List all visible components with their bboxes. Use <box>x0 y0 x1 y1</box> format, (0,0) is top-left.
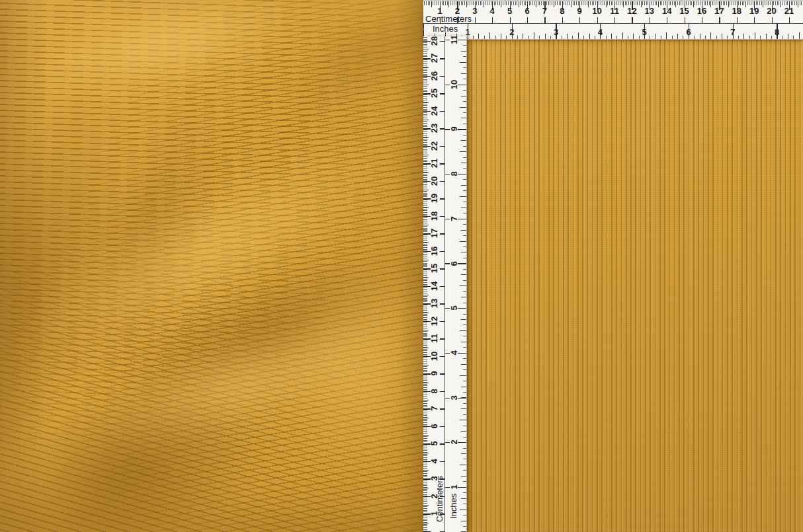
inch-number: 9 <box>450 127 458 132</box>
inch-number: 11 <box>450 36 458 44</box>
ruler-cast-shadow <box>466 38 473 532</box>
horizontal-ruler: 123456789101112131415161718192021 Centim… <box>423 0 803 40</box>
inch-number: 3 <box>450 395 458 400</box>
inch-tick-marks <box>423 30 803 39</box>
inch-number: 4 <box>450 350 458 355</box>
inch-number: 2 <box>450 440 458 445</box>
fabric-product-photo: 123456789101112131415161718192021 Centim… <box>0 0 803 532</box>
photo-vignette <box>0 0 423 532</box>
inch-number: 8 <box>450 171 458 176</box>
inch-tick-marks <box>458 36 466 532</box>
vertical-ruler: 1234567891011121314151617181920212223242… <box>423 36 467 532</box>
inch-number: 6 <box>450 261 458 266</box>
inch-number: 10 <box>450 79 458 89</box>
inch-number: 5 <box>450 306 458 311</box>
inch-number: 7 <box>450 216 458 221</box>
flat-fabric-swatch <box>466 38 803 532</box>
draped-fabric-photo <box>0 0 423 532</box>
inch-number: 1 <box>450 484 458 489</box>
